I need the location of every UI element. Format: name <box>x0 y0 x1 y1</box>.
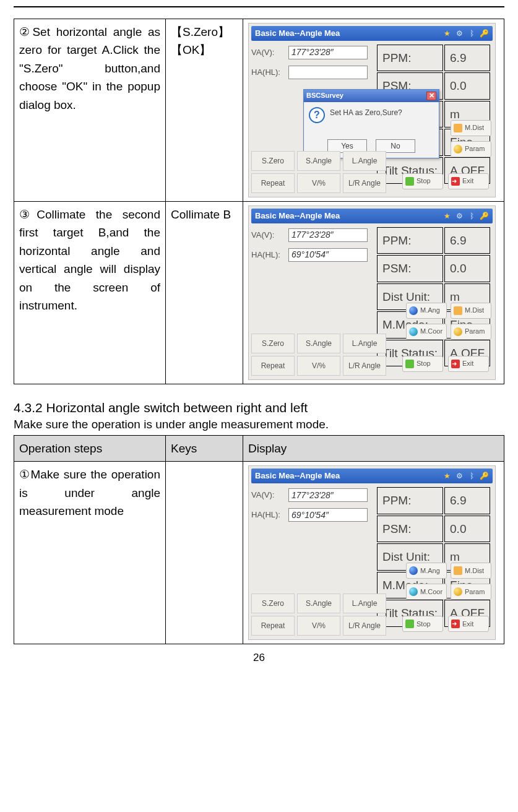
vpct-button[interactable]: V/% <box>297 616 340 636</box>
key-icon: 🔑 <box>479 28 489 38</box>
exit-button[interactable]: Exit <box>448 173 489 189</box>
folder-icon <box>454 124 462 132</box>
lrangle-button[interactable]: L/R Angle <box>343 616 386 636</box>
top-continuation-table: ②Set horizontal angle as zero for target… <box>14 19 504 384</box>
screen-titlebar: Basic Mea--Angle Mea ★ ⚙ ᛒ 🔑 <box>251 26 493 41</box>
mcoor-icon <box>409 327 418 336</box>
folder-icon <box>454 566 462 575</box>
stop-button[interactable]: Stop <box>402 356 443 372</box>
keys-cell: 【S.Zero】【OK】 <box>166 19 243 202</box>
device-screenshot: Basic Mea--Angle Mea ★ ⚙ ᛒ 🔑 VA(V): 177°… <box>248 465 496 640</box>
mang-button[interactable]: M.Ang <box>406 303 447 319</box>
keys-cell: Collimate B <box>166 202 243 384</box>
table-row: ③Collimate the second first target B,and… <box>14 202 504 384</box>
stop-button[interactable]: Stop <box>402 616 443 632</box>
screen-titlebar: Basic Mea--Angle Mea ★ ⚙ ᛒ 🔑 <box>251 469 493 483</box>
stats-block: PPM:6.9 PSM:0.0 Dist Unit:m M.Mode:Fine … <box>376 486 491 628</box>
langle-button[interactable]: L.Angle <box>343 334 386 353</box>
lrangle-button[interactable]: L/R Angle <box>343 356 386 376</box>
display-cell: Basic Mea--Angle Mea ★ ⚙ ᛒ 🔑 VA(V): 177°… <box>243 202 504 384</box>
ha-label: HA(HL): <box>251 509 288 521</box>
sangle-button[interactable]: S.Angle <box>297 151 340 171</box>
param-button[interactable]: Param <box>451 584 491 600</box>
popup-title: BSCSurvey <box>306 90 343 101</box>
repeat-button[interactable]: Repeat <box>251 173 295 193</box>
sangle-button[interactable]: S.Angle <box>297 334 340 353</box>
step-cell: ③Collimate the second first target B,and… <box>14 202 166 384</box>
mang-icon <box>409 566 418 575</box>
mdist-button[interactable]: M.Dist <box>451 303 491 319</box>
section-heading: 4.3.2 Horizontal angle switch between ri… <box>14 400 504 415</box>
star-icon: ★ <box>442 471 452 481</box>
table-row: ①Make sure the operation is under angle … <box>14 462 504 644</box>
bluetooth-icon: ᛒ <box>467 471 477 481</box>
va-label: VA(V): <box>251 489 288 501</box>
ha-value: 69°10′54″ <box>288 248 368 262</box>
device-screenshot: Basic Mea--Angle Mea ★ ⚙ ᛒ 🔑 VA(V): 177°… <box>248 23 496 197</box>
mang-button[interactable]: M.Ang <box>406 563 447 579</box>
mcoor-button[interactable]: M.Coor <box>406 584 447 600</box>
langle-button[interactable]: L.Angle <box>343 594 386 613</box>
close-icon[interactable]: ✕ <box>426 92 436 100</box>
header-display: Display <box>243 436 504 462</box>
screen-title: Basic Mea--Angle Mea <box>255 210 340 222</box>
key-icon: 🔑 <box>479 471 489 481</box>
confirm-popup: BSCSurvey ✕ ? Set HA as Zero,Sure? Yes N… <box>303 89 439 158</box>
stats-block: PPM:6.9 PSM:0.0 Dist Unit:m M.Mode:Fine … <box>376 226 491 368</box>
exit-button[interactable]: Exit <box>448 356 489 372</box>
mdist-button[interactable]: M.Dist <box>451 120 491 136</box>
mang-icon <box>409 306 418 315</box>
va-value: 177°23′28″ <box>288 488 368 502</box>
mcoor-button[interactable]: M.Coor <box>406 324 447 340</box>
gear-icon: ⚙ <box>454 471 464 481</box>
screen-title: Basic Mea--Angle Mea <box>255 470 340 482</box>
mdist-button[interactable]: M.Dist <box>451 563 491 579</box>
lrangle-button[interactable]: L/R Angle <box>343 173 386 193</box>
sangle-button[interactable]: S.Angle <box>297 594 340 613</box>
va-label: VA(V): <box>251 46 288 59</box>
repeat-button[interactable]: Repeat <box>251 356 295 376</box>
param-button[interactable]: Param <box>451 324 491 340</box>
gear-icon: ⚙ <box>454 211 464 221</box>
stop-icon <box>405 360 414 368</box>
step-cell: ②Set horizontal angle as zero for target… <box>14 19 166 202</box>
szero-button[interactable]: S.Zero <box>251 594 295 613</box>
key-icon: 🔑 <box>479 211 489 221</box>
param-icon <box>454 587 462 596</box>
gear-icon: ⚙ <box>454 28 464 38</box>
second-table: Operation steps Keys Display ①Make sure … <box>14 435 504 644</box>
ha-label: HA(HL): <box>251 66 288 79</box>
stop-button[interactable]: Stop <box>402 173 443 189</box>
ha-label: HA(HL): <box>251 249 288 261</box>
szero-button[interactable]: S.Zero <box>251 151 295 171</box>
screen-title: Basic Mea--Angle Mea <box>255 27 340 40</box>
folder-icon <box>454 306 462 315</box>
repeat-button[interactable]: Repeat <box>251 616 295 636</box>
exit-button[interactable]: Exit <box>448 616 489 632</box>
exit-icon <box>451 177 460 186</box>
header-keys: Keys <box>166 436 243 462</box>
section-subtext: Make sure the operation is under angle m… <box>14 418 504 431</box>
va-label: VA(V): <box>251 229 288 241</box>
param-icon <box>454 327 462 336</box>
display-cell: Basic Mea--Angle Mea ★ ⚙ ᛒ 🔑 VA(V): 177°… <box>243 19 504 202</box>
szero-button[interactable]: S.Zero <box>251 334 295 353</box>
device-screenshot: Basic Mea--Angle Mea ★ ⚙ ᛒ 🔑 VA(V): 177°… <box>248 205 496 380</box>
page-number: 26 <box>0 652 518 664</box>
vpct-button[interactable]: V/% <box>297 356 340 376</box>
display-cell: Basic Mea--Angle Mea ★ ⚙ ᛒ 🔑 VA(V): 177°… <box>243 462 504 644</box>
langle-button[interactable]: L.Angle <box>343 151 386 171</box>
header-steps: Operation steps <box>14 436 166 462</box>
param-button[interactable]: Param <box>451 141 491 157</box>
exit-icon <box>451 620 460 628</box>
popup-message: Set HA as Zero,Sure? <box>330 107 402 119</box>
vpct-button[interactable]: V/% <box>297 173 340 193</box>
step-cell: ①Make sure the operation is under angle … <box>14 462 166 644</box>
exit-icon <box>451 360 460 368</box>
top-rule <box>14 6 504 7</box>
question-icon: ? <box>309 107 325 123</box>
ha-value: 69°10′54″ <box>288 508 368 522</box>
table-row: ②Set horizontal angle as zero for target… <box>14 19 504 202</box>
bluetooth-icon: ᛒ <box>467 211 477 221</box>
ha-value <box>288 66 368 79</box>
